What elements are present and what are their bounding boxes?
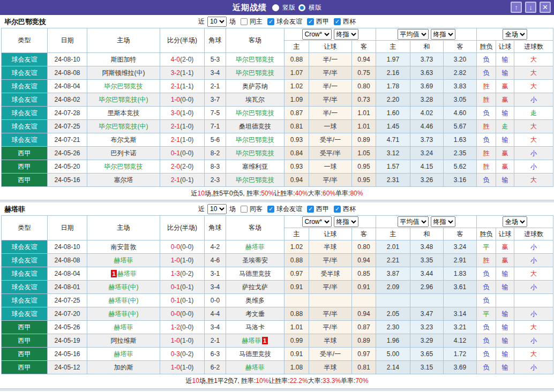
result-mark: 负 bbox=[477, 174, 496, 187]
col-date: 日期 bbox=[48, 28, 87, 53]
avg-odds: 2.01 bbox=[376, 240, 410, 254]
result-mark: 输 bbox=[496, 267, 514, 281]
crow-odds: 0.88 bbox=[285, 307, 309, 321]
crow-odds: 半球 bbox=[309, 240, 352, 254]
match-row: 球会友谊24-08-041赫塔菲1-3(0-2)3-1马德里竞技0.97受半球0… bbox=[2, 267, 553, 281]
away-team: 毕尔巴鄂竞技 bbox=[226, 133, 285, 147]
crow-odds: 0.88 bbox=[285, 254, 309, 267]
match-date: 24-08-02 bbox=[48, 93, 87, 107]
layout-radio-group: 竖版 横版 bbox=[272, 3, 321, 12]
crow-odds: 0.94 bbox=[285, 174, 309, 187]
radio-dot-icon bbox=[274, 6, 278, 10]
move-down-button[interactable]: ↓ bbox=[525, 2, 536, 13]
crow-odds: 平/半 bbox=[309, 93, 352, 107]
avg-odds: 2.31 bbox=[376, 174, 410, 187]
final-index-select[interactable]: 终指 bbox=[334, 29, 358, 40]
bottom-divider bbox=[0, 388, 554, 391]
copa-filter-checkbox[interactable]: ✓ bbox=[334, 206, 341, 213]
final-index-select[interactable]: 终指 bbox=[431, 216, 455, 227]
final-index-select[interactable]: 终指 bbox=[334, 216, 358, 227]
teambar: 毕尔巴鄂竞技 近 10 场 同主 ✓ 球会友谊 ✓ 西甲 ✓ 西杯 bbox=[0, 15, 554, 28]
summary-part: 10% bbox=[256, 377, 268, 385]
laliga-filter-checkbox[interactable]: ✓ bbox=[307, 206, 314, 213]
home-team: 阿拉维斯 bbox=[87, 334, 160, 348]
match-date: 24-08-04 bbox=[48, 80, 87, 93]
recent-count-select[interactable]: 10 bbox=[207, 204, 227, 214]
average-select[interactable]: 平均值 bbox=[398, 29, 429, 40]
final-index-select[interactable]: 终指 bbox=[431, 29, 455, 40]
avg-odds: 2.09 bbox=[376, 281, 410, 294]
match-date: 24-08-08 bbox=[48, 66, 87, 80]
friendly-filter-checkbox[interactable]: ✓ bbox=[267, 18, 274, 25]
col-crow-handicap: 让球 bbox=[309, 228, 352, 240]
score-cell: 3-0(1-0) bbox=[160, 107, 205, 120]
summary-part: 40% bbox=[295, 190, 308, 197]
team-name: 赫塔菲 bbox=[4, 205, 25, 214]
score-cell: 0-1(0-1) bbox=[160, 281, 205, 294]
result-mark: 大 bbox=[514, 66, 553, 80]
horizontal-layout-radio[interactable] bbox=[298, 4, 305, 11]
crow-odds: 平/半 bbox=[309, 254, 352, 267]
match-date: 24-05-26 bbox=[48, 321, 87, 334]
league-badge: 球会友谊 bbox=[2, 66, 48, 80]
league-badge: 球会友谊 bbox=[2, 240, 48, 254]
away-team: 毕尔巴鄂竞技 bbox=[226, 53, 285, 66]
team-section-away: 赫塔菲 近 10 场 同客 ✓ 球会友谊 ✓ 西甲 ✓ 西杯 bbox=[0, 202, 554, 387]
result-mark: 小 bbox=[514, 281, 553, 294]
average-group-header: 平均值终指 bbox=[376, 28, 477, 41]
match-row: 球会友谊24-07-25赫塔菲(中)0-1(0-1)0-0奥维多负 bbox=[2, 294, 553, 307]
col-date: 日期 bbox=[48, 216, 87, 240]
league-badge: 球会友谊 bbox=[2, 307, 48, 321]
corner-score: 2-1 bbox=[205, 334, 226, 348]
result-mark: 大 bbox=[514, 120, 553, 133]
away-team: 萨拉戈萨 bbox=[226, 281, 285, 294]
laliga-filter-checkbox[interactable]: ✓ bbox=[307, 18, 314, 25]
crow-provider-select[interactable]: Crow* bbox=[302, 29, 332, 40]
match-row: 球会友谊24-07-20赫塔菲(中)0-0(0-0)4-4考文垂0.88平/半0… bbox=[2, 307, 553, 321]
summary-line: 近10场,胜5平0负5, 胜率:50% 让胜率:40% 大率:60% 单率:80… bbox=[0, 187, 554, 200]
match-date: 24-07-25 bbox=[48, 294, 87, 307]
result-mark: 负 bbox=[477, 281, 496, 294]
same-venue-checkbox[interactable] bbox=[241, 18, 248, 25]
avg-odds: 3.69 bbox=[444, 361, 477, 374]
average-select[interactable]: 平均值 bbox=[398, 216, 429, 227]
fullmatch-select[interactable]: 全场 bbox=[503, 216, 527, 227]
result-mark: 胜 bbox=[477, 93, 496, 107]
red-card-badge: 1 bbox=[262, 337, 268, 344]
same-venue-checkbox[interactable] bbox=[241, 206, 248, 213]
result-mark: 小 bbox=[514, 240, 553, 254]
league-badge: 球会友谊 bbox=[2, 80, 48, 93]
recent-count-select[interactable]: 10 bbox=[207, 17, 227, 27]
score-cell: 1-0(1-0) bbox=[160, 361, 205, 374]
copa-filter-checkbox[interactable]: ✓ bbox=[334, 18, 341, 25]
avg-odds: 4.12 bbox=[444, 334, 477, 348]
crow-odds: 0.95 bbox=[352, 160, 376, 174]
fullmatch-select[interactable]: 全场 bbox=[503, 29, 527, 40]
home-team: 1赫塔菲 bbox=[87, 267, 160, 281]
filter-bar: 近 10 场 同客 ✓ 球会友谊 ✓ 西甲 ✓ 西杯 bbox=[198, 204, 356, 214]
friendly-filter-checkbox[interactable]: ✓ bbox=[267, 206, 274, 213]
avg-odds: 2.30 bbox=[376, 321, 410, 334]
vertical-layout-radio[interactable] bbox=[272, 4, 279, 11]
home-team: 赫塔菲 bbox=[87, 348, 160, 361]
home-team: 毕尔巴鄂竞技(中) bbox=[87, 120, 160, 133]
crow-odds: 1.07 bbox=[285, 66, 309, 80]
crow-odds: 0.81 bbox=[285, 120, 309, 133]
home-team: 加的斯 bbox=[87, 361, 160, 374]
score-cell: 0-0(0-0) bbox=[160, 307, 205, 321]
crow-odds: 半/一 bbox=[309, 80, 352, 93]
avg-odds: 3.44 bbox=[410, 267, 444, 281]
crow-odds: 0.87 bbox=[352, 321, 376, 334]
move-up-button[interactable]: ↑ bbox=[511, 2, 522, 13]
result-mark: 小 bbox=[514, 254, 553, 267]
close-button[interactable]: ✕ bbox=[540, 2, 551, 13]
home-team: 阿斯顿维拉(中) bbox=[87, 66, 160, 80]
col-crow-home: 主 bbox=[285, 228, 309, 240]
fullmatch-group-header: 全场 bbox=[477, 216, 553, 228]
crow-odds: 平/半 bbox=[309, 174, 352, 187]
crow-provider-select[interactable]: Crow* bbox=[302, 216, 332, 227]
score-cell: 1-0(1-0) bbox=[160, 334, 205, 348]
away-team: 奥维多 bbox=[226, 294, 285, 307]
games-label: 场 bbox=[229, 17, 236, 26]
summary-part: 让胜率: bbox=[268, 376, 289, 386]
